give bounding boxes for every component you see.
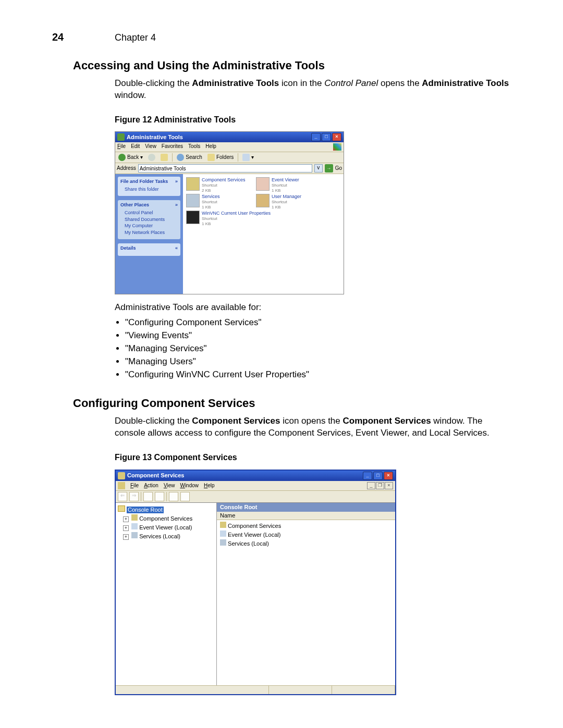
list-item: "Configuring WinVNC Current User Propert… <box>125 369 511 381</box>
app-icon <box>117 133 125 141</box>
side-group-header[interactable]: File and Folder Tasks <box>120 179 168 184</box>
side-group-file-tasks: File and Folder Tasks» Share this folder <box>118 177 180 196</box>
views-button[interactable]: ▾ <box>241 153 255 162</box>
address-dropdown[interactable]: v <box>314 164 323 172</box>
mdi-restore-button[interactable]: ❐ <box>376 482 384 489</box>
shortcut-event-viewer[interactable]: Event Viewer Shortcut 1 KB <box>256 177 324 193</box>
user-manager-icon <box>256 194 270 207</box>
shortcut-winvnc-properties[interactable]: WinVNC Current User Properties Shortcut … <box>186 211 280 226</box>
component-services-icon <box>131 514 138 521</box>
list-item-event-viewer[interactable]: Event Viewer (Local) <box>220 530 392 539</box>
collapse-icon[interactable]: » <box>175 179 178 184</box>
address-input[interactable] <box>138 164 312 172</box>
menu-view[interactable]: View <box>145 143 156 151</box>
link-my-computer[interactable]: My Computer <box>120 223 178 229</box>
task-share-folder[interactable]: Share this folder <box>120 186 178 193</box>
close-button[interactable]: × <box>384 472 393 480</box>
minimize-button[interactable]: _ <box>363 472 372 480</box>
system-menu-icon[interactable] <box>118 482 125 489</box>
window-titlebar[interactable]: Component Services _ □ × <box>116 471 395 481</box>
folder-icon <box>118 505 125 512</box>
tree-root-node[interactable]: Console Root <box>118 505 214 514</box>
shortcut-component-services[interactable]: Component Services Shortcut 2 KB <box>186 177 254 193</box>
menu-tools[interactable]: Tools <box>188 143 200 151</box>
list-item-label: Component Services <box>228 523 281 529</box>
minimize-button[interactable]: _ <box>311 133 321 141</box>
search-icon <box>177 154 184 161</box>
up-button[interactable] <box>160 153 169 162</box>
export-list-icon[interactable] <box>155 492 164 501</box>
properties-icon[interactable] <box>143 492 153 501</box>
explorer-task-pane: File and Folder Tasks» Share this folder… <box>115 174 183 294</box>
expand-icon[interactable]: + <box>123 525 129 531</box>
tree-node-event-viewer[interactable]: + Event Viewer (Local) <box>118 523 214 532</box>
app-icon <box>118 472 125 479</box>
expand-icon[interactable]: + <box>123 516 129 522</box>
window-titlebar[interactable]: Administrative Tools _ □ × <box>115 132 344 142</box>
side-group-header[interactable]: Other Places <box>120 202 149 208</box>
menu-action[interactable]: Action <box>144 483 158 489</box>
tree-label: Services (Local) <box>139 533 180 539</box>
list-header-title: Console Root <box>217 503 395 512</box>
maximize-button[interactable]: □ <box>322 133 331 141</box>
mdi-close-button[interactable]: × <box>385 482 393 489</box>
services-icon <box>220 539 226 546</box>
figure-caption-13: Figure 13 Component Services <box>115 452 511 463</box>
result-pane: Console Root Name Component Services Eve… <box>217 503 395 685</box>
text-bold: Administrative Tools <box>422 78 509 88</box>
mdi-minimize-button[interactable]: _ <box>367 482 375 489</box>
list-lead: Administrative Tools are available for: <box>115 302 511 314</box>
menu-help[interactable]: Help <box>205 143 216 151</box>
tools-bullet-list: "Configuring Component Services" "Viewin… <box>115 317 511 381</box>
views-icon <box>242 154 250 161</box>
intro-paragraph-1: Double-clicking the Administrative Tools… <box>115 78 511 102</box>
page-number: 24 <box>52 31 115 43</box>
collapse-icon[interactable]: » <box>175 202 178 208</box>
tree-node-services[interactable]: + Services (Local) <box>118 532 214 540</box>
menu-favorites[interactable]: Favorites <box>162 143 183 151</box>
nav-back-icon[interactable]: ⇐ <box>118 492 127 501</box>
text-bold: Administrative Tools <box>192 78 279 88</box>
close-button[interactable]: × <box>332 133 341 141</box>
refresh-icon[interactable] <box>169 492 178 501</box>
back-button[interactable]: Back ▾ <box>117 153 144 162</box>
expand-icon[interactable]: « <box>175 245 178 251</box>
list-item-services[interactable]: Services (Local) <box>220 539 392 548</box>
go-button[interactable]: → <box>325 164 333 172</box>
shortcut-user-manager[interactable]: User Manager Shortcut 1 KB <box>256 194 324 209</box>
side-group-other-places: Other Places» Control Panel Shared Docum… <box>118 200 180 239</box>
console-tree[interactable]: Console Root + Component Services + Even… <box>116 503 217 685</box>
back-icon <box>118 154 126 161</box>
forward-icon <box>148 154 155 161</box>
window-title: Component Services <box>127 472 184 479</box>
maximize-button[interactable]: □ <box>373 472 383 480</box>
menu-edit[interactable]: Edit <box>131 143 140 151</box>
address-label: Address <box>117 165 136 171</box>
text: window. <box>115 90 146 100</box>
side-group-header[interactable]: Details <box>120 245 136 251</box>
link-control-panel[interactable]: Control Panel <box>120 209 178 216</box>
services-icon <box>131 532 138 538</box>
link-shared-documents[interactable]: Shared Documents <box>120 216 178 223</box>
text: opens the <box>378 78 422 88</box>
folder-contents[interactable]: Component Services Shortcut 2 KB Event V… <box>183 174 344 294</box>
menu-file[interactable]: File <box>130 483 139 489</box>
search-button[interactable]: Search <box>176 153 203 162</box>
column-header-name[interactable]: Name <box>217 512 395 520</box>
winvnc-icon <box>186 211 200 224</box>
menu-view[interactable]: View <box>164 483 175 489</box>
help-icon[interactable] <box>180 492 190 501</box>
forward-button[interactable] <box>147 153 156 162</box>
screenshot-component-services: Component Services _ □ × File Action Vie… <box>115 470 396 695</box>
list-item: "Managing Services" <box>125 343 511 355</box>
menu-file[interactable]: File <box>117 143 126 151</box>
menu-help[interactable]: Help <box>204 483 215 489</box>
expand-icon[interactable]: + <box>123 534 129 540</box>
menu-window[interactable]: Window <box>180 483 199 489</box>
shortcut-services[interactable]: Services Shortcut 1 KB <box>186 194 254 209</box>
list-item-component-services[interactable]: Component Services <box>220 521 392 530</box>
nav-forward-icon[interactable]: ⇒ <box>129 492 139 501</box>
link-my-network-places[interactable]: My Network Places <box>120 229 178 236</box>
tree-node-component-services[interactable]: + Component Services <box>118 514 214 523</box>
folders-button[interactable]: Folders <box>206 153 235 162</box>
